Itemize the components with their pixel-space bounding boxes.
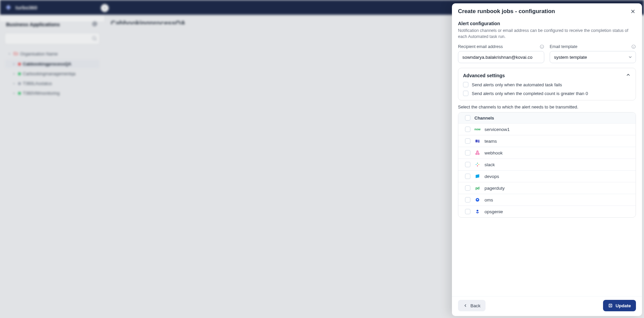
channel-checkbox[interactable] (461, 174, 474, 179)
channel-row-servicenow[interactable]: now servicenow1 (458, 123, 636, 135)
slack-icon (474, 162, 480, 168)
channels-table: Channels now servicenow1 teams webhook (458, 112, 636, 218)
channels-header-row: Channels (458, 112, 636, 123)
template-label: Email template (550, 44, 636, 49)
advanced-settings-title: Advanced settings (463, 73, 505, 78)
template-select-wrap: system template (550, 51, 636, 63)
channel-label: teams (485, 139, 633, 144)
template-label-text: Email template (550, 44, 578, 49)
channel-row-devops[interactable]: devops (458, 170, 636, 182)
channel-label: slack (485, 162, 633, 167)
svg-point-16 (476, 210, 478, 212)
svg-rect-12 (478, 164, 479, 165)
channel-row-pagerduty[interactable]: pd pagerduty (458, 182, 636, 194)
channel-row-webhook[interactable]: webhook (458, 147, 636, 158)
update-button[interactable]: Update (603, 300, 636, 311)
channels-help-text: Select the channels to which the alert n… (458, 104, 636, 109)
back-button-label: Back (470, 303, 480, 308)
field-recipient-email: Recipient email address (458, 44, 544, 63)
channel-checkbox[interactable] (461, 185, 474, 191)
email-label-text: Recipient email address (458, 44, 503, 49)
drawer-panel: Create runbook jobs - configuration Aler… (452, 3, 642, 316)
email-label: Recipient email address (458, 44, 544, 49)
info-icon[interactable] (631, 44, 636, 49)
chevron-up-icon (626, 72, 631, 79)
adv-option-label: Send alerts only when the completed coun… (472, 91, 588, 96)
adv-option-label: Send alerts only when the automated task… (472, 82, 562, 87)
channel-label: opsgenie (485, 209, 633, 214)
channels-header-label: Channels (474, 116, 633, 121)
back-button[interactable]: Back (458, 300, 486, 311)
alert-config-desc: Notification channels or email address c… (458, 28, 636, 40)
channel-label: servicenow1 (485, 127, 633, 132)
servicenow-icon: now (474, 126, 480, 132)
teams-icon (474, 138, 480, 144)
channel-label: webhook (485, 150, 633, 155)
drawer-title: Create runbook jobs - configuration (458, 8, 555, 15)
oms-icon (474, 197, 480, 203)
channel-checkbox[interactable] (461, 138, 474, 144)
channel-checkbox[interactable] (461, 209, 474, 214)
app-root: turbo360 Business Applications (0, 0, 644, 318)
svg-rect-10 (476, 164, 477, 165)
channel-checkbox[interactable] (461, 162, 474, 167)
info-icon[interactable] (540, 44, 544, 49)
devops-icon (474, 173, 480, 179)
checkbox-icon[interactable] (463, 82, 468, 87)
svg-rect-4 (475, 140, 478, 142)
advanced-settings-header[interactable]: Advanced settings (463, 72, 631, 79)
field-email-template: Email template system template (550, 44, 636, 63)
drawer-footer: Back Update (452, 296, 642, 316)
email-template-select[interactable]: system template (550, 51, 636, 63)
close-icon[interactable] (630, 8, 636, 14)
svg-rect-17 (609, 304, 612, 307)
svg-rect-15 (477, 199, 478, 200)
channel-row-slack[interactable]: slack (458, 158, 636, 170)
svg-point-5 (478, 140, 479, 141)
checkbox-icon[interactable] (463, 91, 468, 96)
channel-row-teams[interactable]: teams (458, 135, 636, 147)
save-icon (608, 303, 613, 308)
channel-row-opsgenie[interactable]: opsgenie (458, 206, 636, 217)
adv-option-fails[interactable]: Send alerts only when the automated task… (463, 82, 631, 87)
advanced-settings-card: Advanced settings Send alerts only when … (458, 68, 636, 100)
channel-checkbox[interactable] (461, 150, 474, 155)
svg-rect-13 (477, 166, 478, 167)
channel-checkbox[interactable] (461, 197, 474, 202)
recipient-email-input[interactable] (458, 51, 544, 63)
webhook-icon (474, 150, 480, 156)
advanced-settings-body: Send alerts only when the automated task… (463, 82, 631, 96)
pagerduty-icon: pd (474, 185, 480, 191)
svg-rect-6 (478, 141, 479, 143)
select-all-checkbox[interactable] (461, 115, 474, 121)
opsgenie-icon (474, 209, 480, 215)
channel-label: devops (485, 174, 633, 179)
svg-rect-11 (477, 163, 478, 164)
channel-checkbox[interactable] (461, 127, 474, 132)
form-row: Recipient email address Email template s… (458, 44, 636, 63)
channel-label: oms (485, 197, 633, 202)
drawer-body: Alert configuration Notification channel… (452, 18, 642, 296)
alert-config-title: Alert configuration (458, 21, 636, 26)
channel-row-oms[interactable]: oms (458, 194, 636, 206)
update-button-label: Update (615, 303, 631, 308)
channel-label: pagerduty (485, 186, 633, 191)
adv-option-completed-count[interactable]: Send alerts only when the completed coun… (463, 91, 631, 96)
arrow-left-icon (463, 303, 468, 308)
drawer-header: Create runbook jobs - configuration (452, 3, 642, 18)
